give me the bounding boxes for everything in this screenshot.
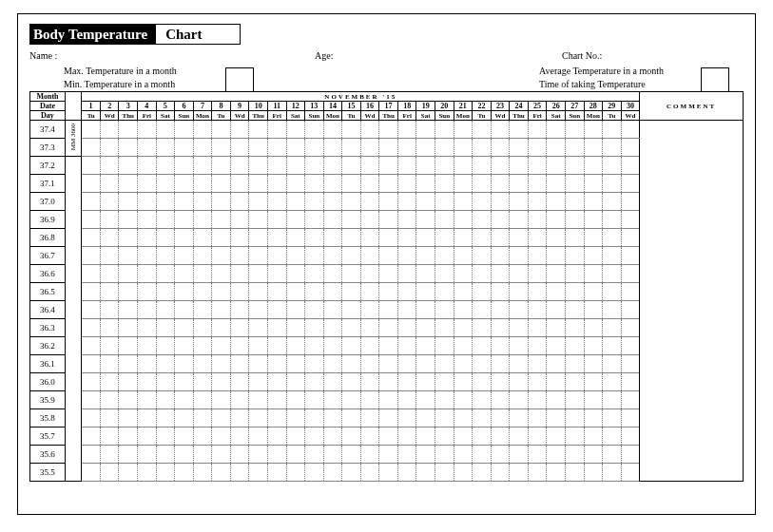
- chart-cell: [360, 428, 379, 446]
- label-time-taking: Time of taking Temperature: [539, 78, 701, 91]
- chart-cell: [473, 193, 492, 211]
- header-date-row: Date 1 2 3 4 5 6 7 8 9 10 11 12 13 14 15…: [30, 102, 744, 111]
- chart-cell: [416, 121, 435, 139]
- date-21: 21: [454, 102, 473, 111]
- chart-cell: [156, 157, 175, 175]
- temp-row: 35.7: [30, 428, 744, 446]
- chart-cell: [435, 157, 454, 175]
- chart-cell: [193, 301, 212, 319]
- chart-cell: [82, 211, 101, 229]
- chart-cell: [249, 247, 268, 265]
- chart-cell: [491, 283, 510, 301]
- day-21: Mon: [454, 111, 473, 121]
- chart-cell: [510, 175, 529, 193]
- chart-cell: [305, 428, 324, 446]
- chart-cell: [230, 247, 249, 265]
- chart-cell: [454, 319, 473, 337]
- chart-cell: [603, 337, 622, 355]
- chart-cell: [435, 139, 454, 157]
- day-15: Tu: [342, 111, 361, 121]
- chart-cell: [193, 121, 212, 139]
- chart-cell: [175, 337, 194, 355]
- chart-cell: [323, 193, 342, 211]
- temp-label: 37.0: [30, 193, 66, 211]
- chart-cell: [473, 428, 492, 446]
- date-2: 2: [100, 102, 119, 111]
- chart-cell: [212, 121, 231, 139]
- max-min-box: [225, 67, 254, 91]
- label-age: Age:: [315, 50, 562, 61]
- info-row: Name : Age: Chart No.:: [29, 50, 744, 61]
- side-blank: [65, 157, 81, 482]
- chart-cell: [360, 157, 379, 175]
- chart-cell: [230, 301, 249, 319]
- chart-cell: [397, 265, 416, 283]
- chart-cell: [119, 337, 138, 355]
- chart-cell: [435, 247, 454, 265]
- chart-cell: [230, 355, 249, 373]
- chart-cell: [156, 139, 175, 157]
- chart-cell: [175, 157, 194, 175]
- chart-cell: [305, 121, 324, 139]
- chart-cell: [119, 121, 138, 139]
- day-25: Fri: [528, 111, 547, 121]
- chart-cell: [528, 464, 547, 482]
- chart-cell: [342, 319, 361, 337]
- chart-cell: [230, 409, 249, 428]
- chart-cell: [584, 409, 603, 428]
- chart-cell: [249, 337, 268, 355]
- chart-cell: [82, 337, 101, 355]
- chart-cell: [212, 175, 231, 193]
- day-9: Wd: [230, 111, 249, 121]
- chart-cell: [454, 337, 473, 355]
- chart-cell: [510, 229, 529, 247]
- chart-cell: [547, 428, 566, 446]
- chart-cell: [510, 409, 529, 428]
- chart-cell: [473, 175, 492, 193]
- temp-row: 36.1: [30, 355, 744, 373]
- date-19: 19: [416, 102, 435, 111]
- avg-time-box: [701, 67, 729, 91]
- chart-cell: [138, 139, 157, 157]
- chart-cell: [547, 446, 566, 464]
- chart-cell: [286, 446, 305, 464]
- chart-cell: [565, 391, 584, 409]
- chart-cell: [230, 265, 249, 283]
- chart-cell: [584, 121, 603, 139]
- temp-row: 36.2: [30, 337, 744, 355]
- chart-cell: [491, 211, 510, 229]
- chart-cell: [249, 301, 268, 319]
- chart-cell: [565, 229, 584, 247]
- chart-cell: [138, 229, 157, 247]
- chart-cell: [156, 211, 175, 229]
- chart-cell: [323, 121, 342, 139]
- date-3: 3: [119, 102, 138, 111]
- chart-cell: [119, 373, 138, 391]
- chart-cell: [249, 464, 268, 482]
- chart-cell: [565, 409, 584, 428]
- chart-cell: [249, 355, 268, 373]
- day-28: Mon: [584, 111, 603, 121]
- temp-row: 36.3: [30, 319, 744, 337]
- chart-cell: [565, 446, 584, 464]
- chart-cell: [454, 247, 473, 265]
- chart-cell: [230, 428, 249, 446]
- chart-cell: [249, 446, 268, 464]
- chart-cell: [510, 355, 529, 373]
- chart-cell: [473, 409, 492, 428]
- chart-cell: [323, 464, 342, 482]
- document-frame: Body Temperature Chart Name : Age: Chart…: [17, 13, 756, 515]
- chart-cell: [416, 373, 435, 391]
- chart-cell: [435, 193, 454, 211]
- chart-cell: [454, 355, 473, 373]
- chart-cell: [249, 175, 268, 193]
- date-30: 30: [621, 102, 640, 111]
- chart-cell: [621, 428, 640, 446]
- chart-cell: [249, 409, 268, 428]
- chart-cell: [138, 373, 157, 391]
- chart-cell: [603, 211, 622, 229]
- chart-cell: [156, 247, 175, 265]
- chart-cell: [119, 193, 138, 211]
- chart-cell: [100, 283, 119, 301]
- chart-cell: [491, 157, 510, 175]
